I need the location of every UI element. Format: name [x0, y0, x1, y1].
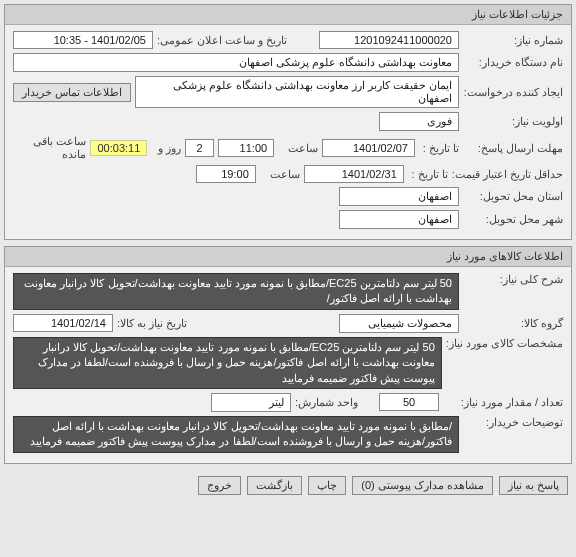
goods-body: شرح کلی نیاز: 50 لیتر سم دلتامترین EC25/…: [5, 267, 571, 463]
row-group: گروه کالا: محصولات شیمیایی تاریخ نیاز به…: [13, 314, 563, 333]
price-time: 19:00: [196, 165, 256, 183]
row-province: استان محل تحویل: اصفهان: [13, 187, 563, 206]
need-number-label: شماره نیاز:: [463, 34, 563, 47]
spec-value: 50 لیتر سم دلتامترین EC25/مطابق با نمونه…: [13, 337, 442, 389]
row-notes: توضیحات خریدار: /مطابق با نمونه مورد تای…: [13, 416, 563, 453]
requester-value: ایمان حقیقت کاربر ارز معاونت بهداشتی دان…: [135, 76, 459, 108]
to-date-label: تا تاریخ :: [419, 142, 459, 155]
need-date-label: تاریخ نیاز به کالا:: [117, 317, 335, 330]
goods-section: اطلاعات کالاهای مورد نیاز شرح کلی نیاز: …: [4, 246, 572, 464]
footer-buttons: پاسخ به نیاز مشاهده مدارک پیوستی (0) چاپ…: [4, 470, 572, 501]
time-label-1: ساعت: [278, 142, 318, 155]
buyer-org-value: معاونت بهداشتی دانشگاه علوم پزشکی اصفهان: [13, 53, 459, 72]
remain-label: ساعت باقی مانده: [13, 135, 86, 161]
announce-label: تاریخ و ساعت اعلان عمومی:: [157, 34, 315, 47]
priority-value: فوری: [379, 112, 459, 131]
hours-remain: 00:03:11: [90, 140, 147, 156]
notes-label: توضیحات خریدار:: [463, 416, 563, 429]
requester-label: ایجاد کننده درخواست:: [463, 86, 563, 99]
row-buyer-org: نام دستگاه خریدار: معاونت بهداشتی دانشگا…: [13, 53, 563, 72]
details-header: جزئیات اطلاعات نیاز: [5, 5, 571, 25]
province-label: استان محل تحویل:: [463, 190, 563, 203]
deadline-label: مهلت ارسال پاسخ:: [463, 142, 563, 155]
details-body: شماره نیاز: 1201092411000020 تاریخ و ساع…: [5, 25, 571, 239]
deadline-time: 11:00: [218, 139, 274, 157]
row-qty: تعداد / مقدار مورد نیاز: 50 واحد شمارش: …: [13, 393, 563, 412]
row-requester: ایجاد کننده درخواست: ایمان حقیقت کاربر ا…: [13, 76, 563, 108]
time-label-2: ساعت: [260, 168, 300, 181]
priority-label: اولویت نیاز:: [463, 115, 563, 128]
respond-button[interactable]: پاسخ به نیاز: [499, 476, 568, 495]
print-button[interactable]: چاپ: [308, 476, 346, 495]
notes-value: /مطابق با نمونه مورد تایید معاونت بهداشت…: [13, 416, 459, 453]
price-date: 1401/02/31: [304, 165, 404, 183]
row-spec: مشخصات کالای مورد نیاز: 50 لیتر سم دلتام…: [13, 337, 563, 389]
desc-label: شرح کلی نیاز:: [463, 273, 563, 286]
qty-label: تعداد / مقدار مورد نیاز:: [443, 396, 563, 409]
row-priority: اولویت نیاز: فوری: [13, 112, 563, 131]
row-city: شهر محل تحویل: اصفهان: [13, 210, 563, 229]
exit-button[interactable]: خروج: [198, 476, 241, 495]
spec-label: مشخصات کالای مورد نیاز:: [446, 337, 563, 350]
back-button[interactable]: بازگشت: [247, 476, 302, 495]
group-value: محصولات شیمیایی: [339, 314, 459, 333]
buyer-org-label: نام دستگاه خریدار:: [463, 56, 563, 69]
city-value: اصفهان: [339, 210, 459, 229]
to-date-label-2: تا تاریخ :: [408, 168, 448, 181]
row-deadline: مهلت ارسال پاسخ: تا تاریخ : 1401/02/07 س…: [13, 135, 563, 161]
need-number-value: 1201092411000020: [319, 31, 459, 49]
contact-buyer-button[interactable]: اطلاعات تماس خریدار: [13, 83, 131, 102]
price-valid-label: حداقل تاریخ اعتبار قیمت:: [452, 168, 563, 181]
need-date-value: 1401/02/14: [13, 314, 113, 332]
details-section: جزئیات اطلاعات نیاز شماره نیاز: 12010924…: [4, 4, 572, 240]
row-price-validity: حداقل تاریخ اعتبار قیمت: تا تاریخ : 1401…: [13, 165, 563, 183]
unit-value: لیتر: [211, 393, 291, 412]
row-need-number: شماره نیاز: 1201092411000020 تاریخ و ساع…: [13, 31, 563, 49]
group-label: گروه کالا:: [463, 317, 563, 330]
announce-value: 1401/02/05 - 10:35: [13, 31, 153, 49]
days-label: روز و: [151, 142, 181, 155]
desc-value: 50 لیتر سم دلتامترین EC25/مطابق با نمونه…: [13, 273, 459, 310]
goods-header: اطلاعات کالاهای مورد نیاز: [5, 247, 571, 267]
province-value: اصفهان: [339, 187, 459, 206]
row-desc: شرح کلی نیاز: 50 لیتر سم دلتامترین EC25/…: [13, 273, 563, 310]
days-remain: 2: [185, 139, 214, 157]
city-label: شهر محل تحویل:: [463, 213, 563, 226]
attachments-button[interactable]: مشاهده مدارک پیوستی (0): [352, 476, 493, 495]
unit-label: واحد شمارش:: [295, 396, 375, 409]
qty-value: 50: [379, 393, 439, 411]
deadline-date: 1401/02/07: [322, 139, 415, 157]
